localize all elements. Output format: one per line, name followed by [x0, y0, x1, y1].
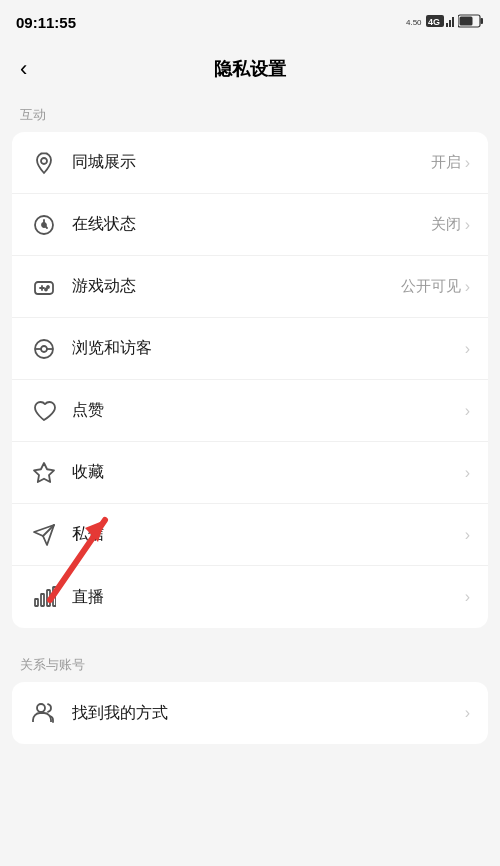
svg-point-9 — [41, 158, 47, 164]
status-bar: 09:11:55 4.50 4G — [0, 0, 500, 44]
list-item-liulan[interactable]: 浏览和访客 › — [12, 318, 488, 380]
svg-point-13 — [47, 286, 49, 288]
svg-rect-20 — [35, 599, 38, 606]
svg-marker-19 — [34, 463, 54, 482]
list-item-shoucang[interactable]: 收藏 › — [12, 442, 488, 504]
zaixian-label: 在线状态 — [72, 214, 431, 235]
battery-icon — [458, 14, 484, 30]
svg-point-16 — [41, 346, 47, 352]
chevron-icon: › — [465, 402, 470, 420]
list-item-youxi[interactable]: 游戏动态 公开可见 › — [12, 256, 488, 318]
shoucang-label: 收藏 — [72, 462, 461, 483]
list-item-tongcheng[interactable]: 同城展示 开启 › — [12, 132, 488, 194]
tongcheng-value: 开启 — [431, 153, 461, 172]
svg-rect-7 — [481, 18, 484, 24]
xixin-label: 私信 — [72, 524, 461, 545]
svg-rect-4 — [449, 20, 451, 27]
page-title: 隐私设置 — [214, 57, 286, 81]
live-icon — [30, 583, 58, 611]
network-speed: 4.50 — [406, 13, 422, 31]
status-time: 09:11:55 — [16, 14, 76, 31]
svg-rect-8 — [460, 17, 473, 26]
chevron-icon: › — [465, 278, 470, 296]
youxi-label: 游戏动态 — [72, 276, 401, 297]
list-item-zaixian[interactable]: 在线状态 关闭 › — [12, 194, 488, 256]
svg-point-14 — [45, 288, 47, 290]
chevron-icon: › — [465, 588, 470, 606]
list-item-zhaodao[interactable]: 找到我的方式 › — [12, 682, 488, 744]
svg-text:4G: 4G — [428, 17, 440, 27]
chevron-icon: › — [465, 704, 470, 722]
svg-text:4.50: 4.50 — [406, 18, 422, 27]
game-icon — [30, 273, 58, 301]
section2-card: 找到我的方式 › — [12, 682, 488, 744]
nav-bar: ‹ 隐私设置 — [0, 44, 500, 94]
back-button[interactable]: ‹ — [20, 56, 27, 82]
dianzan-label: 点赞 — [72, 400, 461, 421]
chevron-icon: › — [465, 216, 470, 234]
people-icon — [30, 699, 58, 727]
location-icon — [30, 149, 58, 177]
section-gap — [0, 628, 500, 644]
svg-rect-5 — [452, 17, 454, 27]
message-icon — [30, 521, 58, 549]
chevron-icon: › — [465, 154, 470, 172]
chevron-icon: › — [465, 464, 470, 482]
youxi-value: 公开可见 — [401, 277, 461, 296]
heart-icon — [30, 397, 58, 425]
zaixian-value: 关闭 — [431, 215, 461, 234]
list-item-dianzan[interactable]: 点赞 › — [12, 380, 488, 442]
status-icons: 4.50 4G — [406, 13, 484, 32]
star-icon — [30, 459, 58, 487]
svg-point-11 — [42, 223, 46, 227]
svg-rect-21 — [41, 594, 44, 606]
liulan-label: 浏览和访客 — [72, 338, 461, 359]
browse-icon — [30, 335, 58, 363]
online-icon — [30, 211, 58, 239]
list-item-xixin[interactable]: 私信 › — [12, 504, 488, 566]
chevron-icon: › — [465, 526, 470, 544]
tongcheng-label: 同城展示 — [72, 152, 431, 173]
section2-label: 关系与账号 — [0, 644, 500, 682]
section1-label: 互动 — [0, 94, 500, 132]
section1-card: 同城展示 开启 › 在线状态 关闭 › 游戏动态 公开可见 › — [12, 132, 488, 628]
list-item-zhibo[interactable]: 直播 › — [12, 566, 488, 628]
svg-point-24 — [37, 704, 45, 712]
svg-rect-23 — [53, 587, 56, 606]
zhibo-label: 直播 — [72, 587, 461, 608]
signal-icon: 4G — [426, 13, 454, 32]
chevron-icon: › — [465, 340, 470, 358]
svg-rect-22 — [47, 590, 50, 606]
svg-rect-3 — [446, 23, 448, 27]
zhaodao-label: 找到我的方式 — [72, 703, 461, 724]
